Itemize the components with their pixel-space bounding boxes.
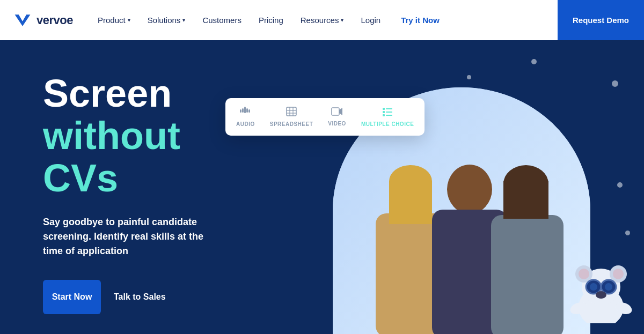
svg-rect-27 bbox=[383, 111, 385, 113]
nav-item-pricing[interactable]: Pricing bbox=[251, 11, 291, 29]
svg-rect-15 bbox=[242, 108, 244, 113]
svg-rect-13 bbox=[503, 181, 548, 219]
hero-subtitle: Say goodbye to painful candidate screeni… bbox=[43, 215, 225, 258]
question-type-card: AUDIO SPREADSHEET bbox=[225, 98, 425, 136]
audio-icon bbox=[240, 107, 251, 119]
svg-rect-25 bbox=[383, 108, 385, 110]
svg-rect-14 bbox=[244, 107, 246, 113]
nav-item-solutions[interactable]: Solutions ▾ bbox=[140, 11, 193, 29]
nav-item-resources[interactable]: Resources ▾ bbox=[293, 11, 352, 29]
hero-title-line2: without bbox=[43, 115, 225, 157]
request-demo-button[interactable]: Request Demo bbox=[558, 0, 644, 40]
svg-rect-26 bbox=[386, 108, 392, 109]
multiple-choice-icon bbox=[382, 107, 393, 119]
video-icon bbox=[331, 107, 343, 118]
svg-rect-30 bbox=[386, 115, 392, 116]
logo[interactable]: vervoe bbox=[13, 11, 73, 30]
chevron-down-icon: ▾ bbox=[341, 17, 343, 23]
login-link[interactable]: Login bbox=[353, 11, 388, 29]
hero-content: Screen without CVs Say goodbye to painfu… bbox=[43, 72, 225, 314]
svg-point-34 bbox=[579, 269, 589, 279]
nav-items: Product ▾ Solutions ▾ Customers Pricing … bbox=[90, 11, 558, 29]
chevron-down-icon: ▾ bbox=[128, 17, 130, 23]
vervoe-logo-icon bbox=[13, 11, 32, 30]
svg-point-42 bbox=[596, 291, 606, 299]
svg-rect-29 bbox=[383, 114, 385, 116]
svg-marker-0 bbox=[15, 14, 31, 26]
navbar: vervoe Product ▾ Solutions ▾ Customers P… bbox=[0, 0, 644, 40]
hero-title-line3: CVs bbox=[43, 157, 225, 199]
spreadsheet-icon bbox=[286, 107, 297, 119]
audio-option[interactable]: AUDIO bbox=[236, 107, 255, 127]
multiple-choice-option[interactable]: MULTIPLE CHOICE bbox=[361, 107, 414, 127]
svg-rect-28 bbox=[386, 112, 392, 113]
nav-item-customers[interactable]: Customers bbox=[195, 11, 249, 29]
svg-point-40 bbox=[590, 283, 597, 291]
svg-rect-17 bbox=[240, 109, 241, 113]
hero-section: Screen without CVs Say goodbye to painfu… bbox=[0, 40, 644, 334]
start-now-button[interactable]: Start Now bbox=[43, 280, 101, 314]
logo-text: vervoe bbox=[36, 13, 73, 27]
nav-item-product[interactable]: Product ▾ bbox=[90, 11, 138, 29]
svg-rect-24 bbox=[332, 108, 339, 115]
svg-point-36 bbox=[613, 269, 624, 279]
hero-visual: AUDIO SPREADSHEET bbox=[268, 66, 644, 334]
svg-rect-7 bbox=[389, 181, 432, 224]
koala-mascot bbox=[569, 264, 633, 323]
spreadsheet-option[interactable]: SPREADSHEET bbox=[270, 107, 313, 127]
hero-cta: Start Now Talk to Sales bbox=[43, 280, 225, 314]
svg-rect-18 bbox=[248, 109, 250, 113]
chevron-down-icon: ▾ bbox=[182, 17, 185, 23]
svg-rect-11 bbox=[491, 215, 564, 334]
decorative-dot bbox=[531, 59, 537, 64]
video-option[interactable]: VIDEO bbox=[328, 107, 346, 127]
try-it-now-link[interactable]: Try it Now bbox=[390, 11, 450, 29]
svg-rect-19 bbox=[287, 107, 296, 116]
svg-point-41 bbox=[605, 283, 612, 291]
svg-rect-16 bbox=[246, 108, 248, 113]
talk-to-sales-button[interactable]: Talk to Sales bbox=[114, 292, 166, 302]
svg-point-8 bbox=[447, 165, 492, 214]
hero-title-line1: Screen bbox=[43, 72, 225, 115]
